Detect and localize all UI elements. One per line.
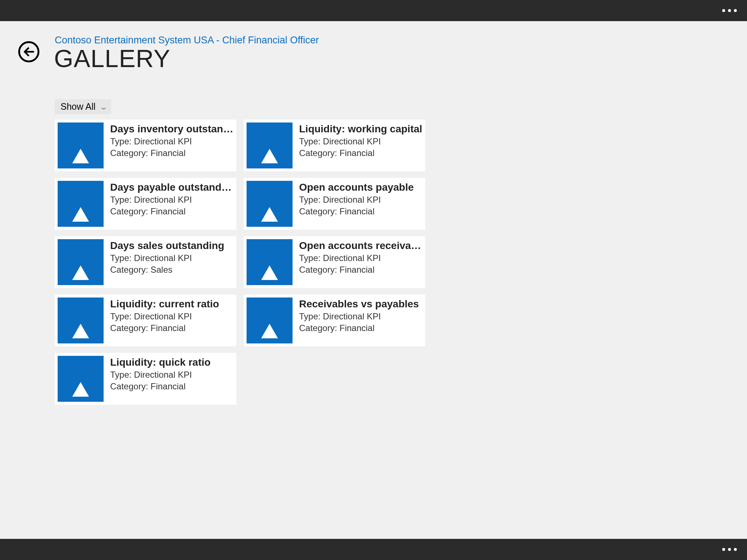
kpi-tile[interactable]: Receivables vs payablesType: Directional… [244,295,425,346]
kpi-tile-category: Category: Financial [110,206,233,217]
svg-marker-7 [261,265,278,280]
kpi-tile-type: Type: Directional KPI [299,136,422,147]
kpi-tile[interactable]: Days sales outstandingType: Directional … [55,236,236,288]
kpi-tile[interactable]: Liquidity: quick ratioType: Directional … [55,353,236,405]
kpi-tile-category: Category: Financial [110,323,233,333]
kpi-tile-text: Receivables vs payablesType: Directional… [293,298,422,343]
svg-marker-1 [72,207,89,222]
svg-marker-5 [261,149,278,163]
kpi-tile-type: Type: Directional KPI [110,370,233,380]
chevron-down-icon: ⌄ [99,103,108,111]
kpi-tile-text: Liquidity: working capitalType: Directio… [293,122,422,168]
triangle-up-icon [58,239,104,285]
triangle-up-icon [247,298,293,343]
triangle-up-icon [247,122,293,168]
triangle-up-icon [58,181,104,227]
kpi-tile-title: Open accounts receivable [299,240,422,252]
kpi-tile-type: Type: Directional KPI [110,253,233,263]
page-title: GALLERY [54,46,319,71]
kpi-tile-text: Liquidity: current ratioType: Directiona… [104,298,233,343]
kpi-tile[interactable]: Liquidity: current ratioType: Directiona… [55,295,236,346]
triangle-up-icon [247,239,293,285]
kpi-tile-text: Open accounts receivableType: Directiona… [293,239,422,285]
kpi-tile[interactable]: Open accounts receivableType: Directiona… [244,236,425,288]
kpi-tile-category: Category: Financial [110,148,233,158]
svg-marker-4 [72,382,89,397]
svg-marker-0 [72,149,89,163]
triangle-up-icon [247,181,293,227]
filter-dropdown-label: Show All [61,101,96,112]
kpi-tile-title: Days payable outstanding [110,182,233,193]
kpi-tile-title: Liquidity: working capital [299,123,422,135]
kpi-tile-type: Type: Directional KPI [110,136,233,147]
filter-row: Show All ⌄ [55,99,111,114]
kpi-tile-type: Type: Directional KPI [110,195,233,205]
svg-marker-8 [261,324,278,338]
arrow-left-icon [23,46,35,58]
top-bar-more-button[interactable] [722,9,737,12]
kpi-tile-type: Type: Directional KPI [299,311,422,322]
kpi-tile-text: Open accounts payableType: Directional K… [293,181,422,227]
kpi-tile[interactable]: Days payable outstandingType: Directiona… [55,178,236,230]
kpi-tile-title: Open accounts payable [299,182,422,193]
kpi-tile-type: Type: Directional KPI [299,195,422,205]
kpi-tile-title: Liquidity: quick ratio [110,357,233,368]
svg-marker-2 [72,265,89,280]
kpi-tile-category: Category: Financial [299,206,422,217]
bottom-bar-more-button[interactable] [722,548,737,551]
kpi-gallery-grid: Days inventory outstandingType: Directio… [55,120,425,405]
app-bottom-bar [0,539,747,560]
kpi-tile-type: Type: Directional KPI [299,253,422,263]
kpi-tile-title: Days inventory outstanding [110,123,233,135]
kpi-tile-type: Type: Directional KPI [110,311,233,322]
kpi-tile-text: Liquidity: quick ratioType: Directional … [104,356,233,402]
kpi-tile[interactable]: Liquidity: working capitalType: Directio… [244,120,425,171]
kpi-tile-category: Category: Financial [299,265,422,275]
kpi-tile-text: Days sales outstandingType: Directional … [104,239,233,285]
kpi-tile-title: Liquidity: current ratio [110,298,233,310]
filter-dropdown[interactable]: Show All ⌄ [55,99,111,114]
kpi-tile-category: Category: Financial [299,148,422,158]
page-header: Contoso Entertainment System USA - Chief… [18,35,319,71]
triangle-up-icon [58,356,104,402]
triangle-up-icon [58,122,104,168]
back-button[interactable] [18,41,39,62]
svg-marker-6 [261,207,278,222]
kpi-tile-category: Category: Sales [110,265,233,275]
kpi-tile-title: Receivables vs payables [299,298,422,310]
svg-marker-3 [72,324,89,338]
kpi-tile-text: Days inventory outstandingType: Directio… [104,122,233,168]
kpi-tile[interactable]: Open accounts payableType: Directional K… [244,178,425,230]
kpi-tile-category: Category: Financial [110,381,233,392]
app-top-bar [0,0,747,21]
kpi-tile-category: Category: Financial [299,323,422,333]
triangle-up-icon [58,298,104,343]
kpi-tile-title: Days sales outstanding [110,240,233,252]
kpi-tile-text: Days payable outstandingType: Directiona… [104,181,233,227]
kpi-tile[interactable]: Days inventory outstandingType: Directio… [55,120,236,171]
